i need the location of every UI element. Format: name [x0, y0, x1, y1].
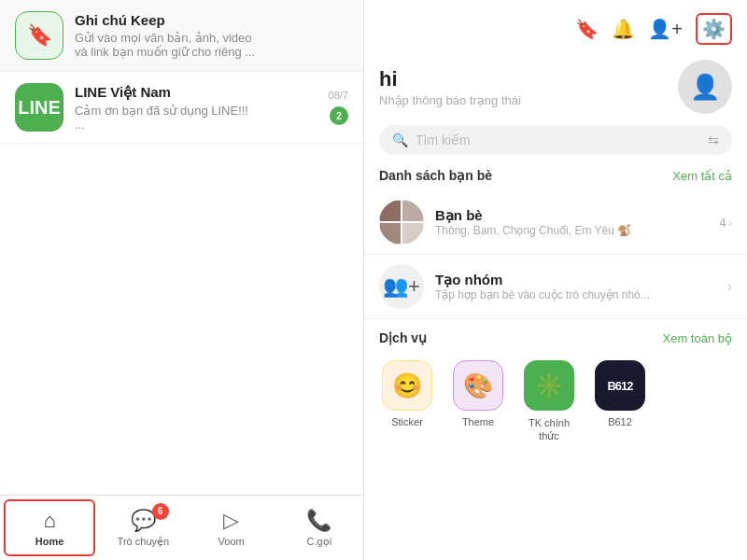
- profile-info: hi Nhập thông báo trạng thái: [379, 67, 678, 107]
- friend-name: Bạn bè: [435, 207, 719, 224]
- chat-list: 🔖 Ghi chú Keep Gửi vào mọi văn bản, ảnh,…: [0, 0, 363, 495]
- search-expand-icon: ⇆: [708, 133, 719, 147]
- friends-view-all[interactable]: Xem tất cả: [672, 169, 732, 183]
- nav-label-home: Home: [35, 536, 64, 547]
- chevron-right-create-group-icon: ›: [727, 278, 732, 295]
- settings-icon[interactable]: ⚙️: [696, 13, 732, 45]
- services-grid: 😊 Sticker 🎨 Theme ✳️ TK chínhthức B612 B…: [364, 353, 747, 443]
- theme-label: Theme: [462, 416, 494, 427]
- friend-avatar-group: [379, 200, 424, 245]
- tk-label: TK chínhthức: [529, 416, 570, 443]
- chat-preview-line-vn: Cảm ơn bạn đã sử dụng LINE!!!...: [75, 104, 329, 132]
- bookmark-icon[interactable]: 🔖: [575, 18, 599, 40]
- create-group-name: Tạo nhóm: [435, 272, 727, 288]
- create-group-info: Tạo nhóm Tập hợp bạn bè vào cuộc trò chu…: [435, 272, 727, 301]
- create-group-icon: 👥+: [379, 264, 424, 309]
- friend-info: Bạn bè Thông, Bam, Chọng Chuối, Em Yêu 🐒: [435, 207, 719, 237]
- right-header: 🔖 🔔 👤+ ⚙️: [364, 0, 747, 52]
- chat-info-line-vn: LINE Việt Nam Cảm ơn bạn đã sử dụng LINE…: [75, 84, 329, 132]
- chat-time-line-vn: 08/7: [329, 90, 348, 101]
- b612-label: B612: [608, 416, 632, 427]
- friend-sub: Thông, Bam, Chọng Chuối, Em Yêu 🐒: [435, 224, 719, 237]
- profile-name: hi: [379, 67, 678, 91]
- service-sticker[interactable]: 😊 Sticker: [379, 360, 435, 443]
- chat-item-keep[interactable]: 🔖 Ghi chú Keep Gửi vào mọi văn bản, ảnh,…: [0, 0, 363, 72]
- voom-icon: ▷: [223, 509, 239, 533]
- sticker-icon-box: 😊: [382, 360, 432, 411]
- chat-info-keep: Ghi chú Keep Gửi vào mọi văn bản, ảnh, v…: [75, 12, 348, 59]
- service-theme[interactable]: 🎨 Theme: [450, 360, 506, 443]
- services-section-title: Dịch vụ: [379, 330, 427, 345]
- services-section-header: Dịch vụ Xem toàn bộ: [364, 330, 747, 353]
- create-group-sub: Tập hợp bạn bè vào cuộc trò chuyện nhó..…: [435, 288, 727, 301]
- nav-item-voom[interactable]: ▷ Voom: [188, 501, 275, 554]
- chat-item-line-vn[interactable]: LINE LINE Việt Nam Cảm ơn bạn đã sử dụng…: [0, 72, 363, 144]
- chat-preview-keep: Gửi vào mọi văn bản, ảnh, videovà link b…: [75, 31, 348, 59]
- call-icon: 📞: [306, 509, 331, 533]
- nav-label-chat: Trò chuyện: [118, 536, 170, 548]
- chat-meta-line-vn: 08/7 2: [329, 90, 348, 125]
- search-placeholder: Tìm kiếm: [416, 133, 708, 147]
- nav-label-voom: Voom: [218, 536, 245, 547]
- friends-section-header: Danh sách bạn bè Xem tất cả: [364, 168, 747, 190]
- nav-item-home[interactable]: ⌂ Home: [4, 499, 95, 556]
- profile-area: hi Nhập thông báo trạng thái 👤: [364, 52, 747, 125]
- b612-icon-box: B612: [595, 360, 645, 411]
- create-group-item[interactable]: 👥+ Tạo nhóm Tập hợp bạn bè vào cuộc trò …: [364, 255, 747, 319]
- profile-status: Nhập thông báo trạng thái: [379, 93, 678, 107]
- theme-icon-box: 🎨: [453, 360, 503, 411]
- friends-section-title: Danh sách bạn bè: [379, 168, 492, 183]
- nav-item-chat[interactable]: 💬 Trò chuyện 6: [99, 501, 187, 555]
- avatar-line-vn: LINE: [15, 83, 63, 132]
- avatar-keep: 🔖: [15, 11, 63, 60]
- service-tk-chinh-thuc[interactable]: ✳️ TK chínhthức: [521, 360, 577, 443]
- chat-name-line-vn: LINE Việt Nam: [75, 84, 329, 101]
- add-friend-icon[interactable]: 👤+: [648, 18, 683, 40]
- friend-count: 4 ›: [719, 216, 732, 230]
- nav-item-call[interactable]: 📞 C.gọi: [275, 501, 363, 555]
- nav-label-call: C.gọi: [307, 536, 332, 548]
- friend-item-friends[interactable]: Bạn bè Thông, Bam, Chọng Chuối, Em Yêu 🐒…: [364, 190, 747, 255]
- right-panel: 🔖 🔔 👤+ ⚙️ hi Nhập thông báo trạng thái 👤…: [364, 0, 747, 560]
- unread-badge-line-vn: 2: [330, 106, 348, 125]
- home-icon: ⌂: [43, 509, 55, 533]
- profile-avatar[interactable]: 👤: [678, 60, 732, 114]
- header-icons: 🔖 🔔 👤+ ⚙️: [575, 13, 732, 45]
- tk-icon-box: ✳️: [524, 360, 574, 411]
- bell-icon[interactable]: 🔔: [612, 18, 635, 40]
- services-view-all[interactable]: Xem toàn bộ: [663, 331, 733, 345]
- chevron-right-icon: ›: [728, 216, 732, 230]
- services-section: Dịch vụ Xem toàn bộ 😊 Sticker 🎨 Theme ✳️…: [364, 319, 747, 443]
- chat-badge: 6: [152, 503, 169, 520]
- bottom-nav: ⌂ Home 💬 Trò chuyện 6 ▷ Voom 📞 C.gọi: [0, 495, 363, 560]
- left-panel: 🔖 Ghi chú Keep Gửi vào mọi văn bản, ảnh,…: [0, 0, 364, 560]
- chat-name-keep: Ghi chú Keep: [75, 12, 348, 28]
- sticker-label: Sticker: [391, 416, 423, 427]
- search-icon: 🔍: [392, 133, 408, 147]
- search-bar[interactable]: 🔍 Tìm kiếm ⇆: [379, 125, 732, 155]
- service-b612[interactable]: B612 B612: [592, 360, 648, 443]
